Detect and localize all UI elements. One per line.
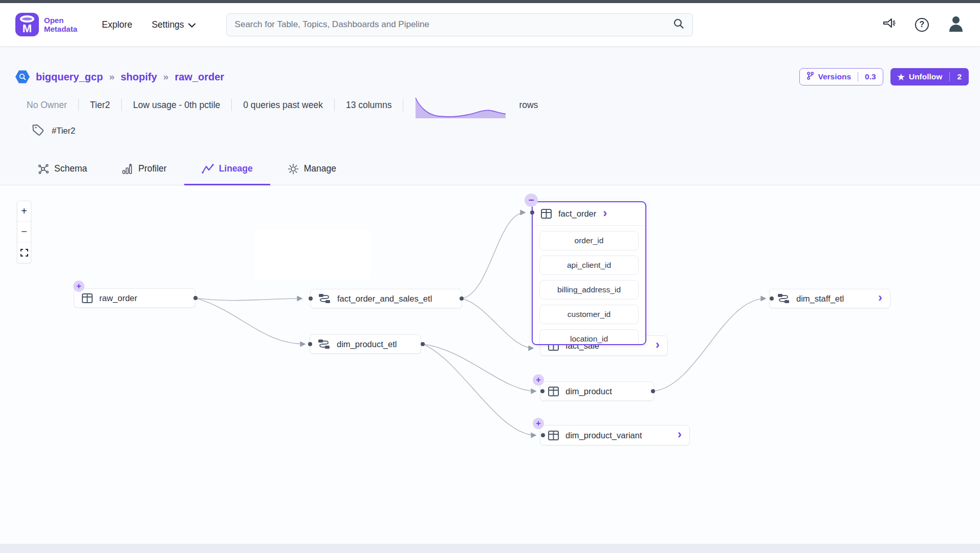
column-chip[interactable]: api_client_id	[539, 256, 639, 275]
nav-explore[interactable]: Explore	[102, 19, 132, 30]
canvas-zoom-controls: + −	[17, 201, 31, 263]
rows-sparkline-chart	[415, 96, 508, 122]
columns-count-label: 13 columns	[346, 100, 392, 111]
branch-icon	[807, 72, 814, 82]
expand-columns-button[interactable]: +	[533, 418, 544, 429]
table-icon	[548, 387, 559, 396]
chevron-right-icon[interactable]: ›	[603, 207, 607, 219]
help-icon[interactable]: ?	[915, 18, 929, 32]
expand-columns-button[interactable]: +	[533, 374, 544, 386]
chevron-right-icon[interactable]: ›	[878, 291, 882, 304]
versions-count: 0.3	[858, 72, 883, 81]
column-chip[interactable]: billing_address_id	[539, 280, 639, 300]
schema-icon	[38, 163, 49, 175]
lineage-node-dim-product-etl[interactable]: dim_product_etl	[310, 334, 421, 354]
global-search-bar[interactable]	[226, 13, 693, 36]
handle-raw-order-out[interactable]	[193, 296, 198, 300]
search-icon[interactable]	[673, 18, 684, 31]
tier-label: Tier2	[90, 100, 110, 111]
divider	[231, 99, 232, 111]
collapse-columns-button[interactable]: −	[525, 194, 538, 207]
lineage-node-raw-order[interactable]: raw_order	[74, 288, 195, 308]
lineage-node-fact-order-and-sales-etl[interactable]: fact_order_and_sales_etl	[310, 289, 462, 308]
handle-dim-product-variant-in[interactable]	[541, 433, 545, 437]
handle-dim-product-in[interactable]	[540, 389, 545, 393]
handle-dim-product-etl-out[interactable]	[421, 342, 425, 346]
announcement-icon[interactable]	[882, 17, 897, 32]
node-label: dim_product_etl	[337, 339, 397, 349]
breadcrumb-table[interactable]: raw_order	[175, 71, 224, 83]
nav-settings[interactable]: Settings	[151, 19, 195, 30]
lineage-node-dim-staff-etl[interactable]: dim_staff_etl ›	[769, 289, 890, 308]
top-navbar: M Open Metadata Explore Settings ?	[0, 3, 980, 47]
tab-schema-label: Schema	[54, 163, 87, 174]
fact-order-header[interactable]: fact_order ›	[533, 202, 645, 226]
tab-profiler[interactable]: Profiler	[104, 154, 184, 185]
zoom-out-button[interactable]: −	[17, 222, 31, 242]
table-meta-summary: No Owner Tier2 Low usage - 0th pctile 0 …	[27, 92, 538, 118]
breadcrumb-separator: »	[109, 71, 115, 82]
divider	[121, 99, 122, 111]
handle-dim-product-out[interactable]	[651, 389, 655, 393]
handle-fact-order-in[interactable]	[530, 210, 534, 215]
chevron-down-icon	[188, 19, 195, 30]
bigquery-service-icon	[15, 70, 30, 84]
openmetadata-logo[interactable]: M Open Metadata	[15, 13, 77, 36]
chevron-right-icon[interactable]: ›	[656, 338, 660, 351]
node-label: dim_staff_etl	[796, 294, 872, 304]
table-icon	[548, 431, 559, 440]
unfollow-label: Unfollow	[909, 72, 942, 81]
lineage-canvas[interactable]: + − raw_order + fact_order_and_sales_etl…	[0, 185, 980, 544]
tab-manage[interactable]: Manage	[270, 154, 354, 185]
table-icon	[82, 293, 93, 303]
logo-text: Open Metadata	[44, 16, 77, 34]
follower-count: 2	[949, 72, 969, 81]
gear-icon	[288, 163, 299, 175]
handle-dim-product-etl-in[interactable]	[308, 342, 312, 346]
column-chip[interactable]: order_id	[539, 231, 639, 250]
handle-dim-staff-etl-in[interactable]	[770, 296, 774, 301]
tab-lineage-label: Lineage	[219, 163, 253, 174]
tab-manage-label: Manage	[304, 163, 336, 174]
breadcrumb-database[interactable]: shopify	[121, 71, 157, 83]
divider	[334, 99, 335, 111]
divider	[403, 99, 403, 111]
breadcrumb-service[interactable]: bigquery_gcp	[36, 71, 103, 83]
zoom-in-button[interactable]: +	[17, 201, 31, 222]
openmetadata-logo-icon: M	[15, 13, 39, 36]
nav-explore-label: Explore	[102, 19, 132, 30]
chevron-right-icon[interactable]: ›	[678, 428, 682, 440]
table-icon	[541, 209, 552, 219]
tag-icon	[32, 123, 45, 138]
tab-profiler-label: Profiler	[138, 163, 166, 174]
node-label: fact_order_and_sales_etl	[337, 294, 432, 304]
profiler-icon	[122, 163, 133, 175]
handle-fact-order-and-sales-etl-in[interactable]	[309, 296, 313, 301]
column-chip[interactable]: location_id	[539, 329, 639, 345]
fact-order-columns: order_id api_client_id billing_address_i…	[533, 226, 645, 345]
expand-upstream-button[interactable]: +	[73, 281, 84, 292]
divider	[78, 99, 79, 111]
versions-button[interactable]: Versions 0.3	[799, 68, 883, 86]
tag-tier2[interactable]: #Tier2	[52, 126, 75, 136]
handle-fact-order-and-sales-etl-out[interactable]	[460, 296, 464, 301]
lineage-node-fact-order[interactable]: fact_order › order_id api_client_id bill…	[532, 201, 646, 345]
tab-schema[interactable]: Schema	[20, 154, 104, 185]
avatar[interactable]	[947, 15, 965, 34]
queries-label: 0 queries past week	[243, 100, 323, 111]
lineage-icon	[202, 163, 214, 175]
unfollow-button[interactable]: ★ Unfollow 2	[890, 68, 969, 86]
fit-view-button[interactable]	[17, 242, 31, 263]
search-input[interactable]	[235, 19, 673, 30]
lineage-node-dim-product[interactable]: dim_product	[540, 381, 654, 401]
page-bottom-edge	[0, 544, 980, 553]
lineage-node-dim-product-variant[interactable]: dim_product_variant ›	[540, 425, 690, 445]
pipeline-icon	[318, 339, 330, 349]
owner-label[interactable]: No Owner	[27, 100, 67, 111]
pipeline-icon	[318, 293, 331, 304]
pipeline-icon	[777, 293, 790, 304]
tab-lineage[interactable]: Lineage	[184, 154, 270, 185]
star-icon: ★	[898, 72, 905, 82]
column-chip[interactable]: customer_id	[539, 305, 639, 324]
versions-label: Versions	[818, 72, 851, 81]
